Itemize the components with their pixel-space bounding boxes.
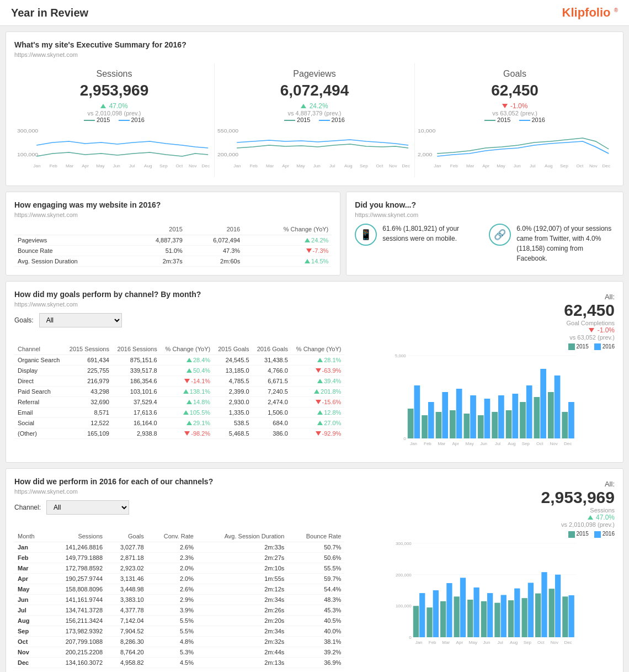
goals-header-left: How did my goals perform by channel? By …	[14, 290, 201, 333]
svg-rect-115	[528, 583, 534, 637]
gcol-g2015: 2015 Goals	[214, 343, 252, 355]
svg-text:Aug: Aug	[144, 164, 152, 168]
svg-rect-62	[484, 399, 491, 438]
ch-legend-green	[568, 531, 575, 538]
svg-rect-109	[501, 595, 507, 637]
social-icon: 🔗	[489, 224, 511, 246]
channel-header-left: How did we perform in 2016 for each of o…	[14, 477, 213, 520]
sessions-label: Sessions	[17, 69, 211, 79]
svg-text:Nov: Nov	[589, 164, 598, 168]
ccol-sessions: Sessions	[46, 531, 106, 542]
svg-text:Feb: Feb	[50, 164, 57, 168]
channel-select[interactable]: All	[46, 500, 129, 515]
engagement-title: How engaging was my website in 2016?	[14, 200, 332, 209]
table-row: Direct 216,979 186,354.6 -14.1% 4,785.5 …	[14, 376, 344, 387]
svg-text:Jan: Jan	[410, 441, 417, 446]
svg-rect-55	[450, 410, 456, 438]
gcol-s2016: 2016 Sessions	[113, 343, 161, 355]
sessions-legend: 2015 2016	[17, 117, 211, 123]
svg-rect-52	[436, 412, 442, 438]
goals-value: 62,450	[418, 82, 612, 99]
goals-all-sublabel: Goal Completions	[564, 320, 615, 326]
svg-rect-79	[562, 412, 568, 438]
goals-select[interactable]: All	[39, 313, 122, 327]
table-row: Email 8,571 17,613.6 105.5% 1,335.0 1,50…	[14, 408, 344, 418]
svg-text:Aug: Aug	[545, 164, 553, 168]
table-row: Bounce Rate 51.0% 47.3% -7.3%	[14, 246, 332, 256]
channel-label-text: Channel:	[14, 504, 41, 511]
svg-rect-64	[492, 412, 498, 438]
pageviews-chart: 550,000 200,000 Jan Feb Mar Apr May Jun …	[217, 126, 412, 170]
svg-rect-71	[526, 385, 532, 438]
pageviews-legend: 2015 2016	[217, 117, 412, 123]
dyk-mobile-text: 61.6% (1,801,921) of your sessions were …	[382, 224, 481, 244]
goals-down-arrow	[502, 104, 508, 108]
svg-text:Jul: Jul	[530, 164, 536, 168]
executive-summary-card: What's my site's Executive Summary for 2…	[6, 31, 623, 186]
svg-text:Oct: Oct	[376, 164, 383, 168]
svg-text:Mar: Mar	[443, 640, 450, 645]
svg-text:Jan: Jan	[434, 164, 441, 168]
svg-text:May: May	[296, 164, 305, 168]
svg-rect-50	[428, 402, 434, 438]
channel-chart-legend: 2015 2016	[355, 531, 615, 537]
svg-text:Jul: Jul	[329, 164, 335, 168]
svg-rect-111	[508, 600, 514, 637]
svg-text:Oct: Oct	[536, 441, 543, 446]
channel-table: Month Sessions Goals Conv. Rate Avg. Ses…	[14, 531, 344, 668]
svg-rect-99	[454, 596, 460, 637]
table-row: Sep 173,982.9392 7,904.52 5.5% 2m:34s 40…	[14, 626, 344, 637]
g-legend-green	[484, 120, 495, 121]
svg-rect-90	[413, 606, 419, 637]
svg-text:Sep: Sep	[560, 164, 568, 168]
channel-layout: Month Sessions Goals Conv. Rate Avg. Ses…	[14, 531, 615, 668]
svg-rect-105	[481, 601, 487, 637]
svg-text:May: May	[466, 441, 474, 446]
svg-text:Oct: Oct	[175, 164, 183, 168]
svg-text:Sep: Sep	[524, 640, 532, 645]
svg-text:550,000: 550,000	[217, 128, 239, 134]
svg-rect-46	[408, 409, 414, 438]
svg-text:Nov: Nov	[550, 441, 558, 446]
svg-text:200,000: 200,000	[396, 572, 412, 577]
channel-perf-url: https://www.skynet.com	[14, 488, 213, 495]
svg-text:Feb: Feb	[250, 164, 258, 168]
svg-text:Aug: Aug	[510, 640, 518, 645]
table-row: Social 12,522 16,164.0 29.1% 538.5 684.0…	[14, 418, 344, 428]
svg-text:Sep: Sep	[360, 164, 368, 168]
ccol-month: Month	[14, 531, 46, 542]
svg-rect-70	[520, 402, 526, 438]
goals-table-area: Channel 2015 Sessions 2016 Sessions % Ch…	[14, 343, 344, 454]
metrics-row: Sessions 2,953,969 47.0% vs 2,010,098 (p…	[14, 64, 615, 177]
svg-text:5,000: 5,000	[395, 353, 407, 358]
svg-text:May: May	[96, 164, 105, 168]
goals-all-label: All:	[564, 293, 615, 301]
svg-text:2,000: 2,000	[418, 152, 433, 157]
svg-text:Aug: Aug	[344, 164, 353, 168]
svg-text:Dec: Dec	[564, 441, 572, 446]
goals-all-stat: All: 62,450 Goal Completions -1.0% vs 63…	[564, 290, 615, 341]
svg-text:Jun: Jun	[514, 164, 521, 168]
svg-rect-80	[568, 402, 574, 438]
svg-rect-58	[464, 414, 470, 438]
table-row: Oct 207,799.1088 8,286.30 4.8% 2m:32s 38…	[14, 637, 344, 647]
sessions-chart: 300,000 100,000 Jan Feb Mar Apr May Jun …	[17, 126, 211, 170]
goals-chart: 10,000 2,000 Jan Feb Mar Apr May Jun Jul…	[418, 126, 612, 170]
sessions-prev: vs 2,010,098 (prev.)	[17, 110, 211, 117]
gc-legend-blue	[594, 343, 601, 350]
table-row: Mar 172,798.8592 2,923.02 2.0% 2m:10s 55…	[14, 563, 344, 574]
ccol-goals: Goals	[106, 531, 147, 542]
svg-rect-120	[549, 589, 555, 637]
pageviews-value: 6,072,494	[217, 82, 412, 99]
channel-performance-card: How did we perform in 2016 for each of o…	[6, 468, 623, 672]
svg-text:0: 0	[404, 436, 407, 441]
svg-text:Feb: Feb	[450, 164, 458, 168]
goals-channel-url: https://www.skynet.com	[14, 301, 201, 308]
ccol-conv: Conv. Rate	[147, 531, 197, 542]
engagement-card: How engaging was my website in 2016? htt…	[6, 192, 340, 276]
svg-rect-94	[433, 590, 439, 637]
gcol-s2015: 2015 Sessions	[65, 343, 113, 355]
channel-perf-title: How did we perform in 2016 for each of o…	[14, 477, 213, 486]
channel-section-header: How did we perform in 2016 for each of o…	[14, 477, 615, 528]
svg-text:Sep: Sep	[159, 164, 168, 168]
